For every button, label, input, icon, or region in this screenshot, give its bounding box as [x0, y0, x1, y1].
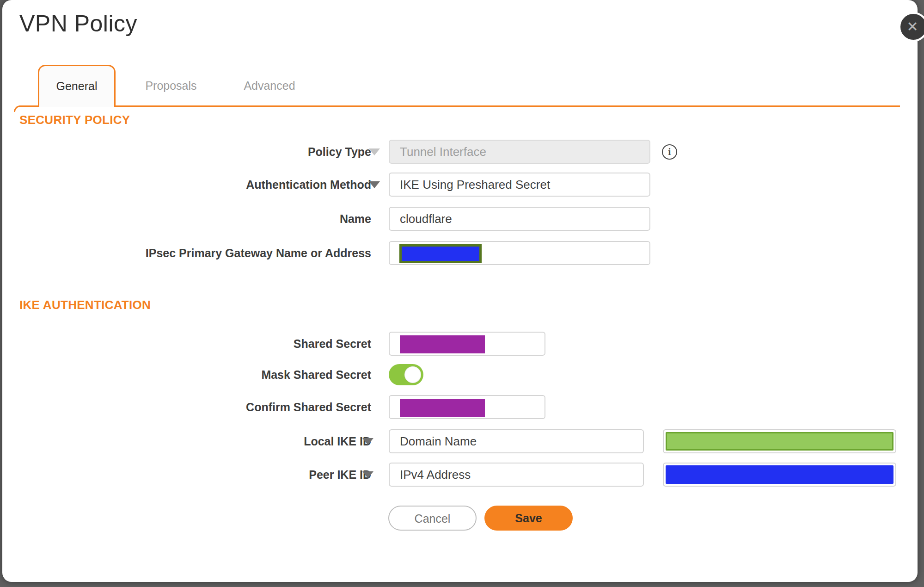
row-peer-ike-id: Peer IKE ID IPv4 Address [2, 463, 918, 487]
shared-secret-input[interactable] [389, 332, 545, 356]
close-button[interactable]: ✕ [899, 12, 924, 42]
row-name: Name cloudflare [2, 207, 918, 231]
authentication-method-dropdown[interactable]: IKE Using Preshared Secret [389, 173, 650, 197]
confirm-shared-secret-input[interactable] [389, 395, 545, 419]
local-ike-id-label: Local IKE ID [2, 429, 371, 453]
tab-proposals[interactable]: Proposals [129, 65, 213, 107]
confirm-shared-secret-redacted-value [400, 399, 485, 417]
row-authentication-method: Authentication Method IKE Using Preshare… [2, 173, 918, 197]
toggle-knob [404, 366, 421, 383]
cancel-button[interactable]: Cancel [388, 506, 477, 531]
tab-underline-end [14, 105, 20, 112]
mask-shared-secret-label: Mask Shared Secret [2, 363, 371, 387]
peer-ike-id-redacted-value [666, 465, 893, 484]
peer-ike-id-label: Peer IKE ID [2, 463, 371, 487]
section-heading-security-policy: SECURITY POLICY [19, 113, 130, 127]
chevron-down-icon [362, 471, 373, 478]
chevron-down-icon [362, 438, 373, 445]
row-confirm-shared-secret: Confirm Shared Secret [2, 395, 918, 419]
row-actions: Cancel Save [2, 506, 918, 531]
gateway-redacted-value [399, 244, 482, 263]
local-ike-id-redacted-value [666, 432, 893, 451]
local-ike-id-dropdown[interactable]: Domain Name [389, 429, 644, 453]
vpn-policy-dialog: VPN Policy General Proposals Advanced SE… [2, 0, 918, 582]
row-shared-secret: Shared Secret [2, 332, 918, 356]
row-local-ike-id: Local IKE ID Domain Name [2, 429, 918, 453]
authentication-method-label: Authentication Method [2, 173, 371, 197]
shared-secret-label: Shared Secret [2, 332, 371, 356]
mask-shared-secret-toggle[interactable] [389, 364, 423, 385]
info-icon[interactable]: i [662, 144, 677, 160]
row-gateway: IPsec Primary Gateway Name or Address [2, 241, 918, 265]
chevron-down-icon [369, 181, 380, 188]
name-input[interactable]: cloudflare [389, 207, 650, 231]
policy-type-label: Policy Type [2, 140, 371, 164]
gateway-label: IPsec Primary Gateway Name or Address [2, 241, 371, 265]
policy-type-dropdown: Tunnel Interface [389, 140, 650, 164]
local-ike-id-value-input[interactable] [663, 429, 896, 453]
confirm-shared-secret-label: Confirm Shared Secret [2, 395, 371, 419]
name-label: Name [2, 207, 371, 231]
close-icon: ✕ [906, 20, 918, 34]
tab-general[interactable]: General [38, 65, 116, 107]
chevron-down-icon [369, 148, 380, 155]
row-mask-shared-secret: Mask Shared Secret [2, 364, 918, 388]
save-button[interactable]: Save [484, 506, 573, 531]
tab-advanced[interactable]: Advanced [228, 65, 311, 107]
peer-ike-id-value-input[interactable] [663, 463, 896, 487]
tab-underline [19, 105, 900, 107]
gateway-input[interactable] [389, 241, 650, 265]
shared-secret-redacted-value [400, 335, 485, 353]
page-title: VPN Policy [19, 10, 137, 37]
row-policy-type: Policy Type Tunnel Interface i [2, 140, 918, 164]
peer-ike-id-dropdown[interactable]: IPv4 Address [389, 463, 644, 487]
section-heading-ike-authentication: IKE AUTHENTICATION [19, 298, 151, 312]
